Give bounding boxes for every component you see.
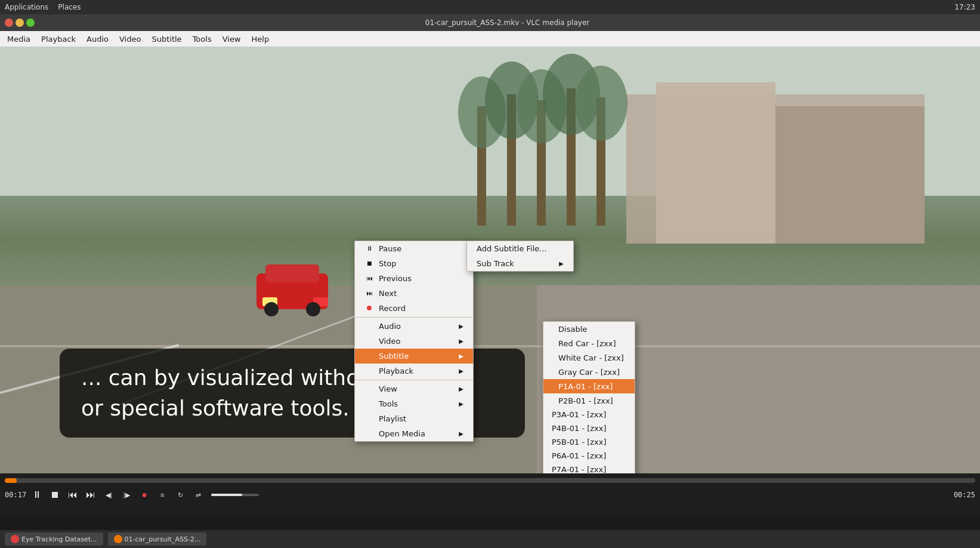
window-minimize-button[interactable] bbox=[16, 19, 24, 27]
menu-subtitle[interactable]: Subtitle bbox=[147, 33, 186, 45]
ctx-previous[interactable]: ⏮ Previous bbox=[355, 271, 473, 286]
svg-point-22 bbox=[306, 302, 320, 316]
frame-prev-button[interactable]: ◀| bbox=[101, 488, 116, 502]
prev-button[interactable]: ⏮ bbox=[66, 488, 80, 502]
track-p6a[interactable]: P6A-01 - [zxx] bbox=[543, 449, 635, 463]
frame-next-button[interactable]: |▶ bbox=[119, 488, 134, 502]
track-p7a[interactable]: P7A-01 - [zxx] bbox=[543, 463, 635, 473]
taskbar-dot-eye bbox=[11, 535, 19, 543]
track-disable-label: Disable bbox=[558, 325, 587, 334]
system-bar-left: Applications Places bbox=[5, 3, 81, 11]
track-p4b-label: P4B-01 - [zxx] bbox=[552, 424, 607, 433]
taskbar: Eye Tracking Dataset... 01-car_pursuit_A… bbox=[0, 530, 980, 548]
ctx-pause[interactable]: ⏸ Pause bbox=[355, 241, 473, 256]
track-p1a-label: P1A-01 - [zxx] bbox=[558, 382, 613, 391]
ctx-audio-label: Audio bbox=[379, 322, 401, 331]
tools-arrow-icon: ▶ bbox=[459, 401, 463, 407]
window-maximize-button[interactable] bbox=[26, 19, 35, 27]
ctx-stop-label: Stop bbox=[379, 259, 397, 268]
ctx-view-label: View bbox=[379, 384, 397, 393]
track-white-car-label: White Car - [zxx] bbox=[558, 353, 624, 362]
taskbar-item-eye-tracking[interactable]: Eye Tracking Dataset... bbox=[5, 532, 103, 546]
system-bar: Applications Places 17:23 bbox=[0, 0, 980, 14]
track-white-car-bullet bbox=[552, 353, 555, 362]
ctx-audio[interactable]: Audio ▶ bbox=[355, 319, 473, 334]
track-p3a[interactable]: P3A-01 - [zxx] bbox=[543, 408, 635, 421]
ctx-view[interactable]: View ▶ bbox=[355, 381, 473, 396]
window-close-button[interactable] bbox=[5, 19, 13, 27]
track-p6a-label: P6A-01 - [zxx] bbox=[552, 451, 606, 460]
track-disable[interactable]: Disable bbox=[543, 322, 635, 336]
shuffle-button[interactable]: ⇌ bbox=[191, 488, 205, 502]
taskbar-label-eye: Eye Tracking Dataset... bbox=[21, 535, 97, 543]
svg-point-13 bbox=[575, 66, 627, 141]
playback-arrow-icon: ▶ bbox=[459, 368, 463, 374]
menu-help[interactable]: Help bbox=[247, 33, 274, 45]
menu-playback[interactable]: Playback bbox=[36, 33, 81, 45]
next-button[interactable]: ⏭ bbox=[84, 488, 98, 502]
controls-row: 00:17 ⏸ ⏹ ⏮ ⏭ ◀| |▶ ● ≡ ↻ ⇌ 00:25 bbox=[5, 485, 975, 504]
ctx-tools-label: Tools bbox=[379, 399, 398, 408]
track-p2b[interactable]: P2B-01 - [zxx] bbox=[543, 393, 635, 408]
ctx-stop[interactable]: ⏹ Stop bbox=[355, 256, 473, 271]
next-icon: ⏭ bbox=[364, 290, 374, 297]
menu-media[interactable]: Media bbox=[2, 33, 35, 45]
taskbar-dot-vlc bbox=[114, 535, 122, 543]
ctx-subtitle-label: Subtitle bbox=[379, 352, 409, 361]
ctx-playback-label: Playback bbox=[379, 367, 413, 375]
taskbar-label-vlc: 01-car_pursuit_ASS-2... bbox=[125, 535, 201, 543]
ctx-open-media[interactable]: Open Media ▶ bbox=[355, 426, 473, 441]
sub-track-arrow-icon: ▶ bbox=[559, 260, 564, 267]
track-red-car[interactable]: Red Car - [zxx] bbox=[543, 336, 635, 350]
menu-video[interactable]: Video bbox=[115, 33, 146, 45]
ctx-playlist[interactable]: Playlist bbox=[355, 411, 473, 426]
track-gray-car[interactable]: Gray Car - [zxx] bbox=[543, 365, 635, 379]
track-submenu: Disable Red Car - [zxx] White Car - [zxx… bbox=[543, 321, 635, 473]
svg-rect-3 bbox=[775, 106, 925, 244]
track-white-car[interactable]: White Car - [zxx] bbox=[543, 350, 635, 365]
repeat-button[interactable]: ↻ bbox=[173, 488, 187, 502]
track-disable-bullet bbox=[552, 324, 555, 334]
context-menu: ⏸ Pause ⏹ Stop ⏮ Previous ⏭ Next Record … bbox=[354, 241, 474, 442]
record-button[interactable]: ● bbox=[137, 488, 152, 502]
audio-arrow-icon: ▶ bbox=[459, 323, 463, 330]
track-p1a[interactable]: P1A-01 - [zxx] bbox=[543, 379, 635, 393]
ctx-playback[interactable]: Playback ▶ bbox=[355, 364, 473, 378]
track-p5b[interactable]: P5B-01 - [zxx] bbox=[543, 435, 635, 449]
add-subtitle-file[interactable]: Add Subtitle File... bbox=[467, 241, 573, 256]
track-red-car-label: Red Car - [zxx] bbox=[558, 339, 616, 348]
apps-menu[interactable]: Applications bbox=[5, 3, 48, 11]
menu-view[interactable]: View bbox=[218, 33, 246, 45]
track-p5b-label: P5B-01 - [zxx] bbox=[552, 438, 607, 447]
sub-track-label: Sub Track bbox=[477, 259, 514, 268]
ctx-separator-1 bbox=[355, 317, 473, 318]
play-pause-button[interactable]: ⏸ bbox=[30, 488, 44, 502]
playlist-button[interactable]: ≡ bbox=[155, 488, 169, 502]
stop-button[interactable]: ⏹ bbox=[48, 488, 62, 502]
ctx-video[interactable]: Video ▶ bbox=[355, 334, 473, 349]
ctx-subtitle[interactable]: Subtitle ▶ bbox=[355, 349, 473, 364]
ctx-tools[interactable]: Tools ▶ bbox=[355, 396, 473, 411]
progress-fill bbox=[5, 478, 17, 483]
track-p4b[interactable]: P4B-01 - [zxx] bbox=[543, 421, 635, 435]
sub-track-menu[interactable]: Sub Track ▶ bbox=[467, 256, 573, 271]
player-controls: 00:17 ⏸ ⏹ ⏮ ⏭ ◀| |▶ ● ≡ ↻ ⇌ 00:25 bbox=[0, 473, 980, 515]
track-p3a-label: P3A-01 - [zxx] bbox=[552, 410, 606, 419]
ctx-record[interactable]: Record bbox=[355, 301, 473, 316]
places-menu[interactable]: Places bbox=[58, 3, 81, 11]
ctx-playlist-label: Playlist bbox=[379, 414, 406, 423]
stop-icon: ⏹ bbox=[364, 260, 374, 267]
svg-point-21 bbox=[264, 302, 279, 316]
open-media-arrow-icon: ▶ bbox=[459, 430, 463, 437]
taskbar-item-vlc[interactable]: 01-car_pursuit_ASS-2... bbox=[108, 532, 207, 546]
ctx-next[interactable]: ⏭ Next bbox=[355, 286, 473, 301]
volume-slider[interactable] bbox=[211, 494, 259, 496]
system-bar-right: 17:23 bbox=[954, 3, 975, 11]
svg-rect-18 bbox=[265, 264, 319, 282]
previous-icon: ⏮ bbox=[364, 275, 374, 282]
ctx-pause-label: Pause bbox=[379, 244, 401, 253]
menu-tools[interactable]: Tools bbox=[188, 33, 217, 45]
svg-rect-16 bbox=[0, 345, 980, 347]
progress-bar[interactable] bbox=[5, 478, 975, 483]
menu-audio[interactable]: Audio bbox=[82, 33, 113, 45]
